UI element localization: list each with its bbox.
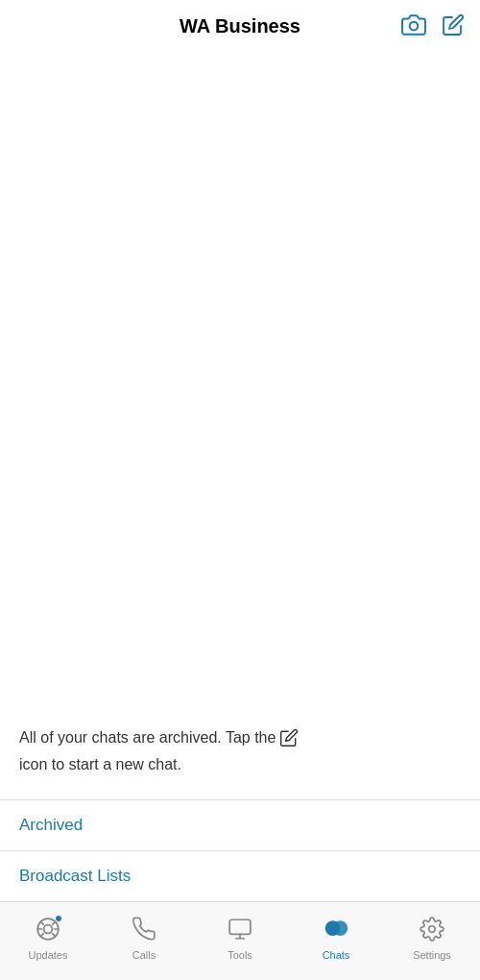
empty-message-part1: All of your chats are archived. Tap the: [19, 726, 276, 749]
svg-line-8: [53, 921, 56, 924]
svg-point-0: [410, 21, 419, 30]
nav-item-calls[interactable]: Calls: [96, 902, 192, 980]
settings-icon: [420, 917, 444, 945]
broadcast-lists-item[interactable]: Broadcast Lists: [0, 851, 480, 902]
updates-icon: [36, 917, 60, 945]
empty-state-area: All of your chats are archived. Tap the …: [0, 49, 480, 799]
nav-item-updates[interactable]: Updates: [0, 902, 96, 980]
archived-item[interactable]: Archived: [0, 800, 480, 851]
calls-icon: [132, 917, 156, 945]
archived-label: Archived: [19, 816, 83, 834]
broadcast-lists-label: Broadcast Lists: [19, 867, 131, 885]
updates-notification-dot: [55, 915, 62, 922]
svg-point-2: [44, 924, 53, 933]
empty-message-part2: icon to start a new chat.: [19, 753, 181, 776]
bottom-nav: Updates Calls Tools: [0, 901, 480, 980]
tools-icon: [228, 917, 252, 945]
camera-icon[interactable]: [401, 12, 426, 41]
compose-icon[interactable]: [442, 13, 465, 40]
header: WA Business: [0, 0, 480, 49]
chats-icon: [324, 917, 348, 945]
calls-nav-label: Calls: [132, 949, 156, 961]
nav-item-tools[interactable]: Tools: [192, 902, 288, 980]
nav-item-settings[interactable]: Settings: [384, 902, 480, 980]
empty-message: All of your chats are archived. Tap the …: [19, 726, 461, 776]
svg-point-14: [429, 925, 436, 932]
svg-line-3: [40, 921, 43, 924]
updates-nav-label: Updates: [29, 949, 68, 961]
compose-inline-icon: [279, 728, 299, 747]
tools-nav-label: Tools: [228, 949, 252, 961]
settings-nav-label: Settings: [413, 949, 451, 961]
svg-line-4: [53, 933, 56, 936]
header-title: WA Business: [180, 15, 300, 37]
nav-item-chats[interactable]: Chats: [288, 902, 384, 980]
chats-nav-label: Chats: [323, 949, 350, 961]
svg-rect-9: [229, 919, 251, 934]
header-actions: [401, 12, 465, 41]
main-content: All of your chats are archived. Tap the …: [0, 49, 480, 980]
svg-point-13: [333, 920, 348, 936]
svg-line-7: [40, 933, 43, 936]
